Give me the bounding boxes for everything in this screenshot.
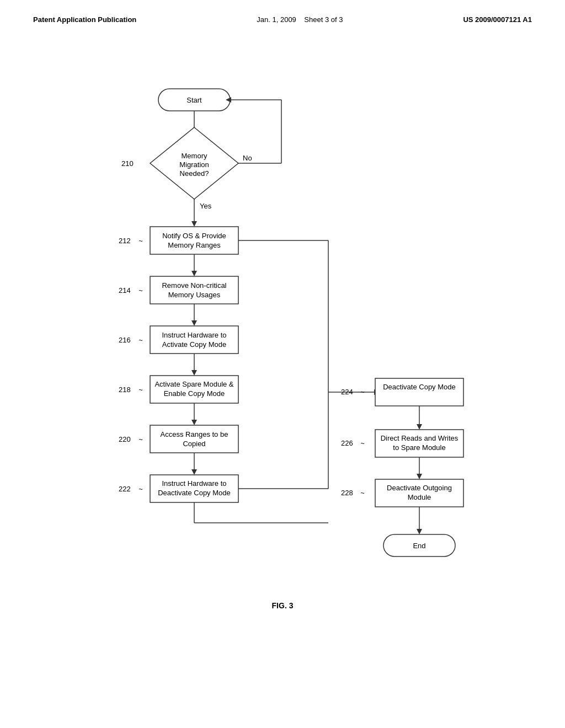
svg-text:216: 216 bbox=[119, 336, 131, 344]
svg-text:212: 212 bbox=[119, 237, 131, 245]
svg-text:No: No bbox=[243, 154, 252, 162]
svg-marker-3 bbox=[191, 130, 197, 136]
svg-text:~: ~ bbox=[138, 485, 143, 493]
svg-marker-13 bbox=[226, 97, 231, 103]
svg-rect-84 bbox=[383, 534, 455, 556]
svg-text:Notify OS & Provide: Notify OS & Provide bbox=[162, 232, 226, 240]
svg-text:to Spare Module: to Spare Module bbox=[393, 443, 445, 452]
svg-text:Remove Non-critical: Remove Non-critical bbox=[162, 281, 226, 290]
svg-marker-16 bbox=[191, 221, 197, 227]
svg-text:226: 226 bbox=[341, 439, 353, 447]
svg-text:224: 224 bbox=[341, 388, 353, 396]
svg-text:222: 222 bbox=[119, 485, 131, 493]
page: Patent Application Publication Jan. 1, 2… bbox=[0, 0, 565, 728]
svg-text:Direct Reads and Writes: Direct Reads and Writes bbox=[381, 434, 459, 442]
svg-text:Activate Copy Mode: Activate Copy Mode bbox=[162, 340, 226, 349]
svg-text:Deactivate Copy Mode: Deactivate Copy Mode bbox=[158, 489, 231, 497]
svg-text:FIG. 3: FIG. 3 bbox=[272, 601, 294, 610]
svg-marker-55 bbox=[191, 469, 197, 475]
svg-text:218: 218 bbox=[119, 386, 131, 394]
svg-text:~: ~ bbox=[360, 439, 365, 447]
svg-text:Access Ranges to be: Access Ranges to be bbox=[161, 430, 228, 438]
svg-marker-27 bbox=[191, 271, 197, 276]
svg-rect-49 bbox=[150, 425, 238, 453]
svg-text:Yes: Yes bbox=[200, 202, 212, 210]
svg-text:Needed?: Needed? bbox=[180, 169, 209, 178]
header-date: Jan. 1, 2009 Sheet 3 of 3 bbox=[257, 15, 343, 24]
svg-text:~: ~ bbox=[360, 489, 365, 497]
svg-rect-35 bbox=[150, 326, 238, 354]
svg-text:~: ~ bbox=[138, 336, 143, 344]
svg-text:210: 210 bbox=[121, 159, 134, 168]
svg-text:~: ~ bbox=[138, 435, 143, 443]
svg-marker-48 bbox=[191, 420, 197, 425]
svg-text:Deactivate Outgoing: Deactivate Outgoing bbox=[387, 484, 452, 492]
svg-text:Memory Ranges: Memory Ranges bbox=[168, 241, 221, 249]
header-left: Patent Application Publication bbox=[33, 15, 136, 24]
svg-text:~: ~ bbox=[138, 237, 143, 245]
svg-rect-70 bbox=[375, 430, 463, 457]
svg-text:Instruct Hardware to: Instruct Hardware to bbox=[162, 331, 226, 339]
flowchart-svg: Start Memory Migration Needed? 210 No Ye… bbox=[0, 29, 565, 691]
svg-text:~: ~ bbox=[138, 386, 143, 394]
svg-marker-34 bbox=[191, 320, 197, 326]
svg-text:Start: Start bbox=[186, 96, 202, 104]
svg-text:Module: Module bbox=[408, 493, 431, 501]
svg-text:Enable Copy Mode: Enable Copy Mode bbox=[164, 389, 225, 398]
svg-text:Migration: Migration bbox=[179, 160, 209, 169]
svg-text:Activate Spare Module &: Activate Spare Module & bbox=[154, 380, 233, 388]
svg-rect-0 bbox=[158, 89, 230, 111]
svg-rect-64 bbox=[375, 378, 463, 406]
svg-rect-17 bbox=[150, 227, 238, 254]
svg-text:Deactivate Copy Mode: Deactivate Copy Mode bbox=[383, 383, 456, 391]
header-right: US 2009/0007121 A1 bbox=[463, 15, 532, 24]
svg-rect-42 bbox=[150, 376, 238, 403]
svg-text:214: 214 bbox=[119, 286, 131, 295]
svg-text:Memory Usages: Memory Usages bbox=[168, 291, 221, 299]
svg-text:Memory: Memory bbox=[182, 152, 207, 160]
svg-text:Copied: Copied bbox=[183, 440, 205, 448]
svg-marker-83 bbox=[417, 529, 422, 534]
svg-text:~: ~ bbox=[360, 388, 365, 396]
svg-text:228: 228 bbox=[341, 489, 353, 497]
svg-marker-25 bbox=[374, 389, 380, 395]
svg-marker-76 bbox=[417, 474, 422, 479]
svg-text:220: 220 bbox=[119, 435, 131, 443]
svg-marker-69 bbox=[417, 424, 422, 430]
diagram-area: Start Memory Migration Needed? 210 No Ye… bbox=[0, 29, 565, 691]
svg-text:Instruct Hardware to: Instruct Hardware to bbox=[162, 479, 226, 488]
header: Patent Application Publication Jan. 1, 2… bbox=[0, 0, 565, 29]
svg-marker-4 bbox=[150, 127, 238, 199]
svg-rect-77 bbox=[375, 479, 463, 507]
svg-rect-28 bbox=[150, 276, 238, 304]
svg-text:End: End bbox=[413, 542, 425, 550]
svg-rect-56 bbox=[150, 475, 238, 502]
svg-marker-41 bbox=[191, 370, 197, 376]
svg-text:~: ~ bbox=[138, 286, 143, 295]
